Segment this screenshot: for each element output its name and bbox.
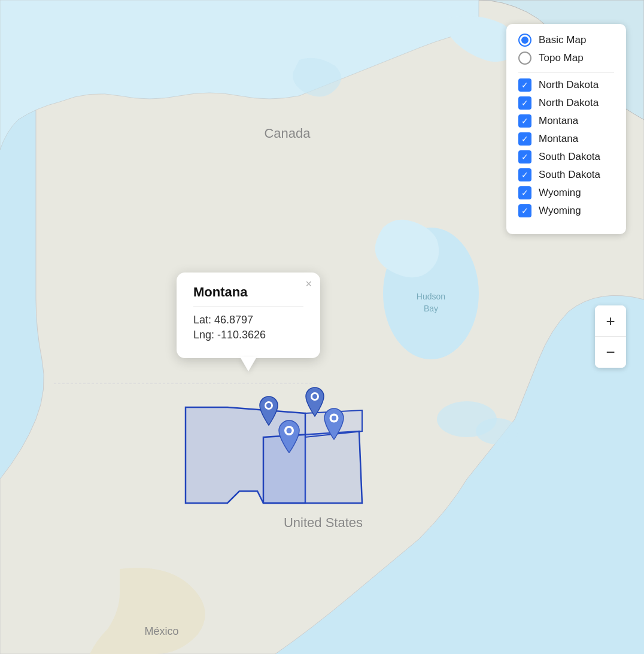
layer-checkbox-montana-2[interactable]: ✓Montana xyxy=(518,132,614,146)
svg-text:México: México xyxy=(144,625,178,637)
layer-checkbox-wyoming-2[interactable]: ✓Wyoming xyxy=(518,204,614,217)
layer-checkbox-box-wyoming-2: ✓ xyxy=(518,204,531,217)
map-pin-2[interactable] xyxy=(277,419,302,455)
popup-title: Montana xyxy=(193,284,303,307)
popup-close-button[interactable]: × xyxy=(305,278,312,289)
layer-label-north-dakota-2: North Dakota xyxy=(539,97,599,109)
layer-checkbox-box-montana-1: ✓ xyxy=(518,114,531,128)
svg-point-15 xyxy=(312,394,317,399)
map-container[interactable]: Canada Hudson Bay United States México xyxy=(0,0,644,654)
zoom-out-button[interactable]: − xyxy=(595,337,626,368)
svg-text:Canada: Canada xyxy=(264,126,311,141)
layer-checkbox-south-dakota-1[interactable]: ✓South Dakota xyxy=(518,150,614,164)
layer-checkbox-box-wyoming-1: ✓ xyxy=(518,186,531,199)
basic-map-radio-circle xyxy=(518,34,531,47)
layer-checkbox-north-dakota-2[interactable]: ✓North Dakota xyxy=(518,96,614,110)
popup: × Montana Lat: 46.8797 Lng: -110.3626 xyxy=(177,272,320,358)
layers-section: ✓North Dakota✓North Dakota✓Montana✓Monta… xyxy=(518,78,614,217)
layer-label-wyoming-1: Wyoming xyxy=(539,187,581,199)
popup-lat: Lat: 46.8797 xyxy=(193,314,303,326)
layer-label-wyoming-2: Wyoming xyxy=(539,205,581,217)
legend-divider xyxy=(518,72,614,72)
layer-checkbox-box-north-dakota-2: ✓ xyxy=(518,96,531,110)
layer-checkbox-box-south-dakota-2: ✓ xyxy=(518,168,531,181)
topo-map-label: Topo Map xyxy=(539,52,584,64)
layer-checkbox-wyoming-1[interactable]: ✓Wyoming xyxy=(518,186,614,199)
legend-panel: Basic Map Topo Map ✓North Dakota✓North D… xyxy=(506,24,626,234)
svg-point-11 xyxy=(266,403,271,408)
basic-map-label: Basic Map xyxy=(539,34,586,46)
svg-point-13 xyxy=(287,428,292,434)
layer-checkbox-box-north-dakota-1: ✓ xyxy=(518,78,531,92)
topo-map-radio-circle xyxy=(518,52,531,65)
map-type-section: Basic Map Topo Map xyxy=(518,34,614,65)
layer-checkbox-box-montana-2: ✓ xyxy=(518,132,531,146)
layer-label-south-dakota-1: South Dakota xyxy=(539,151,600,163)
layer-label-montana-2: Montana xyxy=(539,133,578,145)
svg-text:United States: United States xyxy=(284,515,363,530)
svg-point-17 xyxy=(332,416,336,420)
layer-label-montana-1: Montana xyxy=(539,115,578,127)
svg-text:Hudson: Hudson xyxy=(417,292,445,301)
map-pin-4[interactable] xyxy=(322,407,346,442)
layer-checkbox-box-south-dakota-1: ✓ xyxy=(518,150,531,164)
layer-checkbox-south-dakota-2[interactable]: ✓South Dakota xyxy=(518,168,614,181)
basic-map-radio[interactable]: Basic Map xyxy=(518,34,614,47)
svg-text:Bay: Bay xyxy=(424,304,438,313)
svg-point-3 xyxy=(476,418,518,444)
popup-lng: Lng: -110.3626 xyxy=(193,329,303,341)
layer-label-north-dakota-1: North Dakota xyxy=(539,79,599,91)
layer-label-south-dakota-2: South Dakota xyxy=(539,169,600,181)
topo-map-radio[interactable]: Topo Map xyxy=(518,52,614,65)
layer-checkbox-north-dakota-1[interactable]: ✓North Dakota xyxy=(518,78,614,92)
zoom-controls: + − xyxy=(595,305,626,368)
zoom-in-button[interactable]: + xyxy=(595,305,626,337)
layer-checkbox-montana-1[interactable]: ✓Montana xyxy=(518,114,614,128)
